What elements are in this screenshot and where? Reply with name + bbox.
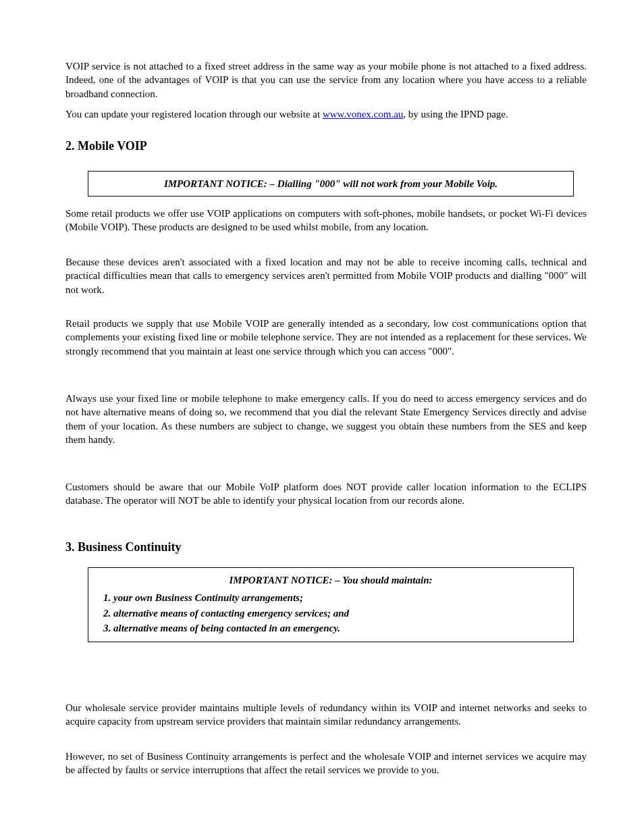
text-before-link: You can update your registered location … bbox=[65, 109, 323, 120]
paragraph-redundancy: Our wholesale service provider maintains… bbox=[65, 701, 587, 729]
document-page: VOIP service is not attached to a fixed … bbox=[0, 0, 644, 834]
callout-box-business-continuity: IMPORTANT NOTICE: – You should maintain:… bbox=[88, 567, 574, 642]
callout-list: your own Business Continuity arrangement… bbox=[95, 591, 567, 635]
paragraph-use-fixed-line: Always use your fixed line or mobile tel… bbox=[65, 392, 587, 446]
callout-box-000-not-work: IMPORTANT NOTICE: – Dialling "000" will … bbox=[88, 171, 574, 197]
link-vonex-website[interactable]: www.vonex.com.au bbox=[323, 109, 403, 120]
callout-heading-maintain: IMPORTANT NOTICE: – You should maintain: bbox=[95, 573, 567, 587]
callout-text-000-not-work: IMPORTANT NOTICE: – Dialling "000" will … bbox=[164, 178, 498, 189]
paragraph-secondary-option: Retail products we supply that use Mobil… bbox=[65, 317, 587, 358]
paragraph-mobile-voip-products: Some retail products we offer use VOIP a… bbox=[65, 207, 587, 234]
paragraph-no-eclips: Customers should be aware that our Mobil… bbox=[65, 480, 587, 508]
callout-item-2: alternative means of contacting emergenc… bbox=[113, 606, 567, 620]
heading-business-continuity: 3. Business Continuity bbox=[65, 540, 587, 554]
paragraph-voip-not-fixed: VOIP service is not attached to a fixed … bbox=[65, 59, 587, 101]
heading-mobile-voip: 2. Mobile VOIP bbox=[65, 139, 587, 153]
callout-item-1: your own Business Continuity arrangement… bbox=[113, 591, 567, 604]
paragraph-no-perfect-bc: However, no set of Business Continuity a… bbox=[65, 750, 587, 777]
paragraph-update-location: You can update your registered location … bbox=[65, 107, 587, 121]
paragraph-000-not-permitted: Because these devices aren't associated … bbox=[65, 255, 587, 296]
callout-item-3: alternative means of being contacted in … bbox=[113, 621, 567, 635]
text-after-link: , by using the IPND page. bbox=[403, 109, 508, 120]
